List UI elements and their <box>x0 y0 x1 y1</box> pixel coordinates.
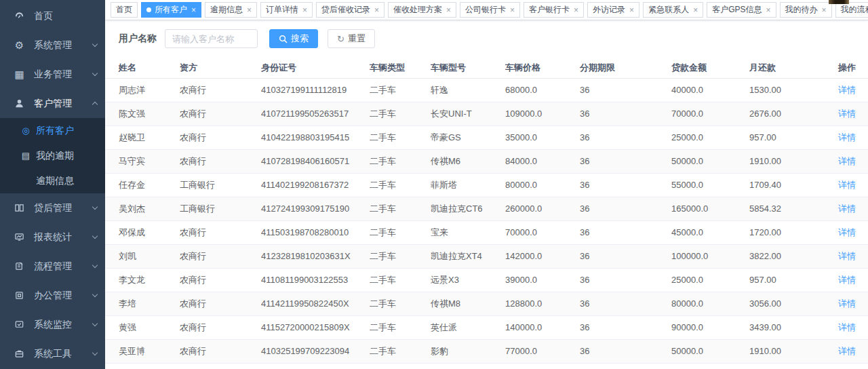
cell-loan: 165000.0 <box>671 197 749 220</box>
cell-loan: 25000.0 <box>671 125 749 149</box>
cell-name: 刘凯 <box>105 244 180 268</box>
sidebar-item-my-overdue[interactable]: ▤ 我的逾期 <box>0 143 105 168</box>
detail-link[interactable]: 详情 <box>838 346 856 356</box>
cell-loan: 80000.0 <box>671 292 749 315</box>
reset-button-label: 重置 <box>348 33 366 45</box>
tab[interactable]: 我的流程 × <box>835 2 868 18</box>
reset-button[interactable]: ↻ 重置 <box>328 29 375 48</box>
detail-link[interactable]: 详情 <box>838 275 856 285</box>
sidebar-item-all-customers[interactable]: ◎ 所有客户 <box>0 118 105 143</box>
cell-term: 36 <box>580 292 671 315</box>
search-button[interactable]: 搜索 <box>269 29 318 48</box>
close-icon[interactable]: × <box>574 6 578 14</box>
cell-term: 36 <box>580 149 671 173</box>
sidebar-item-label: 我的逾期 <box>36 150 74 162</box>
chevron-down-icon <box>92 263 98 268</box>
tab[interactable]: 所有客户 × <box>141 2 201 18</box>
cell-vehicle-model: 影豹 <box>431 339 505 363</box>
detail-link[interactable]: 详情 <box>838 109 856 119</box>
col-header-action: 操作 <box>821 58 868 78</box>
sidebar-item-label: 逾期信息 <box>36 175 74 187</box>
tab[interactable]: 催收处理方案 × <box>388 2 456 18</box>
tab[interactable]: 客户GPS信息 × <box>707 2 776 18</box>
close-icon[interactable]: × <box>693 6 698 14</box>
customer-name-input[interactable] <box>165 29 258 48</box>
tab-label: 订单详情 <box>266 4 298 16</box>
close-icon[interactable]: × <box>510 6 515 14</box>
sidebar-item-system[interactable]: ⚙ 系统管理 <box>0 31 105 60</box>
cell-term: 36 <box>580 173 671 197</box>
col-header-vehicle-type: 车辆类型 <box>370 58 431 78</box>
cell-capital: 农商行 <box>180 244 261 268</box>
cell-id: 410327199111112819 <box>261 78 370 102</box>
cell-vehicle-model: 英仕派 <box>431 315 505 339</box>
tab[interactable]: 紧急联系人 × <box>643 2 703 18</box>
close-icon[interactable]: × <box>191 6 196 14</box>
close-icon[interactable]: × <box>302 6 307 14</box>
sidebar-item-business[interactable]: ▦ 业务管理 <box>0 60 105 89</box>
detail-link[interactable]: 详情 <box>838 132 856 142</box>
detail-link[interactable]: 详情 <box>838 251 856 261</box>
sidebar-item-label: 办公管理 <box>34 290 93 302</box>
sidebar-item-label: 系统监控 <box>34 319 93 331</box>
col-header-price: 车辆价格 <box>505 58 580 78</box>
tab[interactable]: 客户银行卡 × <box>524 2 584 18</box>
chevron-down-icon <box>92 292 98 297</box>
tab[interactable]: 我的待办 × <box>780 2 832 18</box>
cell-name <box>105 363 180 369</box>
close-icon[interactable]: × <box>766 6 770 14</box>
cell-vehicle-type: 二手车 <box>370 315 431 339</box>
sidebar-item-home[interactable]: 首页 <box>0 1 105 31</box>
tab[interactable]: 首页 × <box>111 2 138 18</box>
sidebar-item-postloan[interactable]: 贷后管理 <box>0 193 105 222</box>
tab[interactable]: 订单详情 × <box>260 2 313 18</box>
cell-monthly: 1709.40 <box>749 173 821 197</box>
cell-loan: 25000.0 <box>671 268 749 292</box>
tab-label: 客户GPS信息 <box>712 4 762 16</box>
sidebar-item-reports[interactable]: 报表统计 <box>0 222 105 252</box>
tab[interactable]: 外访记录 × <box>587 2 639 18</box>
tab-label: 贷后催收记录 <box>321 4 370 16</box>
chevron-down-icon <box>92 204 98 210</box>
cell-price: 128800.0 <box>505 292 580 315</box>
tab[interactable]: 公司银行卡 × <box>460 2 520 18</box>
col-header-monthly: 月还款 <box>749 58 821 78</box>
cell-vehicle-type: 二手车 <box>370 268 431 292</box>
cell-vehicle-model: 传祺M6 <box>431 149 505 173</box>
dashboard-icon <box>14 10 25 22</box>
sidebar-item-customer[interactable]: 客户管理 <box>0 89 105 118</box>
detail-link[interactable]: 详情 <box>838 298 856 309</box>
table-row: 吴刘杰 工商银行 412724199309175190 二手车 凯迪拉克CT6 … <box>105 197 868 220</box>
sidebar-item-workflow[interactable]: 流程管理 <box>0 252 105 281</box>
close-icon[interactable]: × <box>822 6 827 14</box>
cell-price: 142000.0 <box>505 244 580 268</box>
tab[interactable]: 贷后催收记录 × <box>316 2 384 18</box>
cell-name: 李文龙 <box>105 268 180 292</box>
tab[interactable]: 逾期信息 × <box>205 2 257 18</box>
cell-price: 140000.0 <box>505 315 580 339</box>
detail-link[interactable]: 详情 <box>838 180 856 190</box>
cell-price: 80000.0 <box>505 173 580 197</box>
cell-name: 黄强 <box>105 315 180 339</box>
sidebar-item-overdue-info[interactable]: 逾期信息 <box>0 168 105 193</box>
sidebar-item-office[interactable]: 办公管理 <box>0 281 105 310</box>
detail-link[interactable]: 详情 <box>838 156 856 166</box>
cell-name: 吴亚博 <box>105 339 180 363</box>
chart-icon <box>14 231 25 243</box>
detail-link[interactable]: 详情 <box>838 322 856 332</box>
sidebar-item-tools[interactable]: 系统工具 <box>0 339 105 368</box>
cell-capital: 农商行 <box>180 315 261 339</box>
close-icon[interactable]: × <box>374 6 379 14</box>
table-header-row: 姓名 资方 身份证号 车辆类型 车辆型号 车辆价格 分期期限 贷款金额 月还款 … <box>105 58 868 78</box>
detail-link[interactable]: 详情 <box>838 85 856 95</box>
sidebar-item-label: 首页 <box>34 10 97 22</box>
sidebar-item-monitor[interactable]: 系统监控 <box>0 310 105 339</box>
close-icon[interactable]: × <box>247 6 252 14</box>
workflow-icon <box>14 260 25 272</box>
detail-link[interactable]: 详情 <box>838 227 856 237</box>
close-icon[interactable]: × <box>446 6 451 14</box>
table-row: 农商行 二手车 <box>105 363 868 369</box>
close-icon[interactable]: × <box>629 6 634 14</box>
detail-link[interactable]: 详情 <box>838 203 856 214</box>
cell-monthly: 1720.00 <box>749 220 821 244</box>
